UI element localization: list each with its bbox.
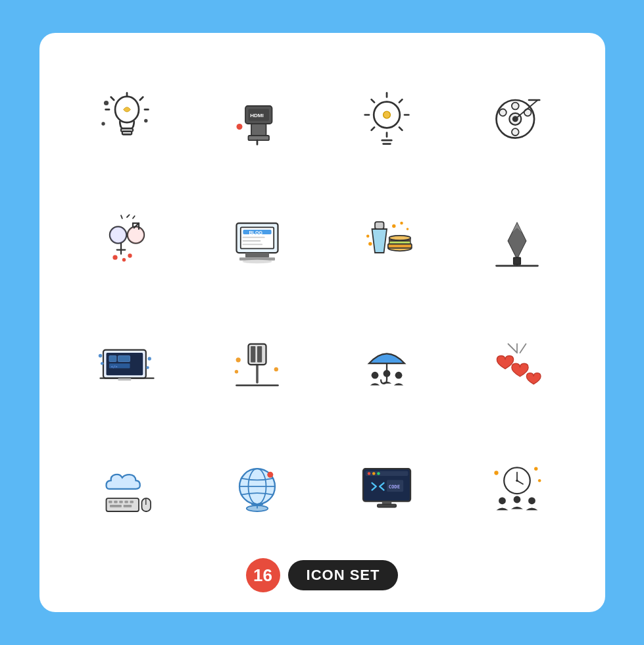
- svg-point-105: [395, 372, 403, 379]
- svg-point-104: [384, 370, 391, 377]
- svg-rect-113: [125, 501, 128, 503]
- svg-line-106: [508, 344, 517, 353]
- svg-rect-111: [114, 501, 117, 503]
- svg-rect-127: [366, 471, 409, 476]
- svg-point-0: [104, 101, 109, 105]
- svg-point-35: [499, 109, 507, 116]
- svg-point-99: [235, 357, 240, 362]
- svg-line-28: [372, 127, 375, 130]
- svg-point-93: [147, 366, 150, 369]
- pen-tool-icon: [455, 183, 579, 300]
- svg-point-64: [242, 260, 272, 263]
- svg-point-142: [494, 471, 498, 475]
- heart-tags-icon: [455, 306, 579, 423]
- svg-point-50: [122, 258, 126, 261]
- idea-settings-icon: [326, 59, 449, 176]
- svg-point-141: [528, 498, 535, 505]
- insurance-icon: [326, 306, 449, 423]
- svg-rect-116: [124, 505, 132, 507]
- svg-text:HDMI: HDMI: [250, 113, 264, 118]
- svg-point-73: [392, 224, 395, 228]
- svg-rect-97: [251, 346, 255, 362]
- svg-rect-85: [118, 378, 132, 380]
- badge-16: 16: [246, 558, 280, 592]
- svg-line-52: [127, 215, 130, 218]
- blog-icon: BLOG: [195, 183, 319, 300]
- gender-icon: [66, 183, 189, 300]
- film-reel-icon: [455, 59, 579, 176]
- svg-rect-87: [118, 355, 130, 361]
- svg-point-51: [128, 254, 132, 258]
- svg-point-101: [235, 370, 238, 373]
- svg-point-140: [513, 496, 520, 503]
- cloud-computing-icon: [66, 430, 189, 547]
- svg-rect-112: [120, 501, 123, 503]
- fast-food-icon: [326, 183, 449, 300]
- svg-point-1: [144, 119, 147, 122]
- svg-point-124: [267, 472, 273, 478]
- svg-line-108: [520, 344, 526, 353]
- svg-text:BLOG: BLOG: [249, 230, 262, 236]
- svg-text:</>: </>: [111, 364, 118, 368]
- svg-rect-109: [107, 498, 139, 511]
- svg-point-72: [389, 236, 410, 240]
- svg-rect-114: [130, 501, 134, 503]
- globe-icon: [195, 430, 319, 547]
- footer: 16 ICON SET: [246, 558, 399, 592]
- svg-rect-17: [248, 136, 269, 140]
- svg-line-7: [111, 97, 114, 100]
- svg-point-92: [148, 357, 151, 360]
- team-time-icon: [455, 430, 579, 547]
- svg-point-128: [368, 472, 371, 475]
- svg-line-27: [399, 99, 403, 103]
- svg-point-139: [499, 498, 506, 505]
- street-light-icon: [195, 306, 319, 423]
- svg-rect-86: [109, 355, 116, 361]
- svg-rect-78: [513, 257, 520, 265]
- hdmi-icon: HDMI: [195, 59, 319, 176]
- icon-grid: HDMI: [66, 59, 579, 546]
- svg-point-2: [102, 122, 105, 125]
- svg-line-26: [399, 127, 403, 130]
- svg-point-129: [372, 472, 376, 475]
- svg-rect-62: [245, 253, 269, 257]
- svg-line-8: [140, 97, 143, 100]
- svg-rect-115: [110, 505, 122, 507]
- code-monitor-icon: CODE: [326, 430, 449, 547]
- svg-rect-110: [109, 501, 112, 503]
- svg-point-12: [236, 124, 242, 130]
- svg-point-143: [534, 467, 537, 471]
- svg-line-25: [372, 99, 375, 103]
- svg-marker-77: [508, 223, 526, 259]
- svg-text:CODE: CODE: [389, 484, 400, 490]
- icon-set-card: HDMI: [39, 33, 605, 612]
- svg-point-130: [377, 472, 380, 475]
- svg-point-41: [110, 227, 126, 244]
- svg-rect-134: [378, 504, 397, 507]
- svg-point-66: [368, 242, 372, 245]
- svg-point-49: [113, 255, 118, 260]
- code-laptop-icon: </>: [66, 306, 189, 423]
- svg-point-67: [366, 235, 370, 238]
- svg-point-91: [101, 362, 104, 365]
- lightbulb-icon: [66, 59, 189, 176]
- svg-point-33: [512, 102, 519, 109]
- svg-point-38: [512, 116, 518, 122]
- svg-rect-16: [251, 124, 266, 136]
- svg-rect-65: [375, 222, 384, 229]
- svg-point-34: [512, 128, 519, 136]
- svg-rect-69: [388, 244, 412, 248]
- svg-point-75: [407, 228, 409, 230]
- svg-point-42: [128, 227, 144, 244]
- svg-point-100: [274, 367, 278, 371]
- svg-line-54: [133, 216, 135, 219]
- icon-set-label: ICON SET: [288, 560, 399, 590]
- svg-point-20: [384, 111, 391, 118]
- svg-point-103: [372, 372, 379, 379]
- svg-point-90: [99, 354, 102, 357]
- svg-line-53: [121, 216, 122, 219]
- svg-point-74: [401, 222, 404, 225]
- svg-point-144: [538, 479, 541, 482]
- svg-rect-98: [257, 346, 262, 362]
